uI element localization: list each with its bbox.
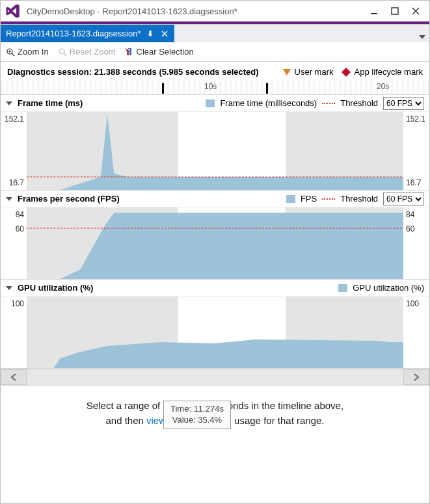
legend-marks: User mark App lifecycle mark [283,67,423,77]
lifecycle-mark-icon [341,67,350,76]
ruler-marker [162,83,164,94]
ruler-tick-label: 20s [377,82,389,91]
y-axis-left: 84 60 [1,207,27,279]
scroll-left-button[interactable] [1,369,27,385]
series-swatch-icon [338,284,347,292]
chart-body[interactable]: 84 60 84 60 [1,207,429,279]
chart-section-fps: Frames per second (FPS) FPS Threshold 60… [1,191,429,280]
timeline-scrollbar [1,369,429,386]
collapse-toggle[interactable] [6,101,12,105]
y-axis-right: 152.1 16.7 [403,112,429,190]
scroll-right-button[interactable] [403,369,429,385]
reset-zoom-label: Reset Zoom [70,47,116,57]
document-tab[interactable]: Report20141013-1623.diagsession* [1,25,174,42]
session-info-bar: Diagnostics session: 21.388 seconds (5.9… [1,62,429,81]
lifecycle-mark-label: App lifecycle mark [355,67,423,77]
user-mark-label: User mark [295,67,334,77]
close-button[interactable] [411,7,420,16]
time-ruler[interactable]: 10s 20s [1,81,429,95]
threshold-label: Threshold [340,98,378,108]
svg-marker-6 [419,35,425,39]
zoom-in-icon [6,47,15,57]
collapse-toggle[interactable] [6,197,12,201]
series-label: FPS [301,194,317,204]
chart-title: Frames per second (FPS) [18,194,120,204]
svg-point-11 [59,49,64,54]
y-axis-left: 152.1 16.7 [1,112,27,190]
threshold-swatch-icon [322,198,335,200]
user-mark-icon [283,69,291,75]
chart-plot[interactable] [27,297,403,368]
svg-rect-14 [129,48,131,55]
chart-body[interactable]: 100 100 [1,297,429,368]
threshold-label: Threshold [340,194,378,204]
svg-line-8 [12,53,14,56]
app-window: CityDemoDesktop - Report20141013-1623.di… [0,0,430,504]
tooltip-value: Value: 35.4% [170,415,224,426]
diagnostics-toolbar: Zoom In Reset Zoom Clear Selection [1,42,429,62]
chart-title: GPU utilization (%) [18,283,93,293]
tab-label: Report20141013-1623.diagsession* [6,29,141,38]
clear-selection-label: Clear Selection [137,47,194,57]
chart-section-gpu: GPU utilization (%) GPU utilization (%) … [1,280,429,369]
ruler-tick-label: 10s [204,82,217,91]
chart-body[interactable]: 152.1 16.7 152.1 16.7 [1,112,429,190]
scroll-track[interactable] [27,369,403,385]
series-label: GPU utilization (%) [353,283,424,293]
tab-close-button[interactable] [160,29,169,38]
window-title: CityDemoDesktop - Report20141013-1623.di… [27,7,370,16]
ruler-marker [266,83,268,94]
zoom-in-label: Zoom In [18,47,49,57]
pin-icon[interactable] [146,29,155,38]
y-axis-left: 100 [1,297,27,368]
chart-plot[interactable] [27,112,403,190]
reset-zoom-button: Reset Zoom [58,47,116,57]
svg-line-12 [64,53,66,56]
svg-rect-1 [392,8,398,14]
zoom-in-button[interactable]: Zoom In [6,47,49,57]
series-label: Frame time (milliseconds) [220,98,317,108]
clear-selection-button[interactable]: Clear Selection [125,47,194,57]
y-axis-right: 84 60 [403,207,429,279]
y-axis-right: 100 [403,297,429,368]
collapse-toggle[interactable] [6,286,12,290]
session-info-text: Diagnostics session: 21.388 seconds (5.9… [7,67,283,77]
app-logo [5,3,21,20]
tab-bar: Report20141013-1623.diagsession* [1,24,429,42]
tab-overflow-button[interactable] [419,30,425,42]
maximize-button[interactable] [390,7,399,16]
chart-title: Frame time (ms) [18,98,83,108]
threshold-swatch-icon [322,103,335,104]
prompt-text: and then [105,415,146,426]
minimize-button[interactable] [370,7,379,16]
chart-plot[interactable] [27,207,403,279]
chart-header: GPU utilization (%) GPU utilization (%) [1,280,429,297]
reset-zoom-icon [58,47,67,57]
series-swatch-icon [286,195,295,203]
fps-threshold-select[interactable]: 60 FPS [383,192,424,206]
chart-header: Frame time (ms) Frame time (milliseconds… [1,95,429,112]
fps-threshold-select[interactable]: 60 FPS [383,97,424,110]
chart-section-frame-time: Frame time (ms) Frame time (milliseconds… [1,95,429,191]
chart-header: Frames per second (FPS) FPS Threshold 60… [1,191,429,207]
window-controls [370,7,425,16]
title-bar: CityDemoDesktop - Report20141013-1623.di… [1,1,429,21]
tooltip-time: Time: 11.274s [170,404,224,415]
clear-selection-icon [125,47,134,57]
hover-tooltip: Time: 11.274s Value: 35.4% [163,401,231,429]
series-swatch-icon [206,99,215,107]
